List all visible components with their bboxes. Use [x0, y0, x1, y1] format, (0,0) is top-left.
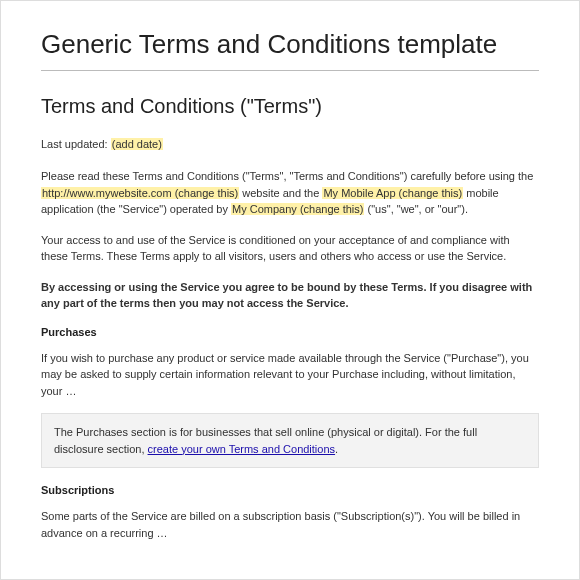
intro-text-4: ("us", "we", or "our").	[364, 203, 468, 215]
agreement-paragraph: By accessing or using the Service you ag…	[41, 279, 539, 312]
intro-paragraph: Please read these Terms and Conditions (…	[41, 168, 539, 218]
app-placeholder: My Mobile App (change this)	[322, 187, 463, 199]
website-placeholder: http://www.mywebsite.com (change this)	[41, 187, 239, 199]
create-terms-link[interactable]: create your own Terms and Conditions	[148, 443, 336, 455]
note-text-b: .	[335, 443, 338, 455]
subscriptions-heading: Subscriptions	[41, 484, 539, 496]
company-placeholder: My Company (change this)	[231, 203, 364, 215]
date-placeholder: (add date)	[111, 138, 163, 150]
purchases-note: The Purchases section is for businesses …	[41, 413, 539, 468]
terms-heading: Terms and Conditions ("Terms")	[41, 95, 539, 118]
subscriptions-body: Some parts of the Service are billed on …	[41, 508, 539, 541]
intro-text-1: Please read these Terms and Conditions (…	[41, 170, 533, 182]
title-rule	[41, 70, 539, 71]
purchases-heading: Purchases	[41, 326, 539, 338]
access-paragraph: Your access to and use of the Service is…	[41, 232, 539, 265]
purchases-body: If you wish to purchase any product or s…	[41, 350, 539, 400]
intro-text-2: website and the	[239, 187, 322, 199]
last-updated: Last updated: (add date)	[41, 138, 539, 150]
last-updated-label: Last updated:	[41, 138, 111, 150]
page-title: Generic Terms and Conditions template	[41, 29, 539, 60]
document-page: Generic Terms and Conditions template Te…	[1, 1, 579, 575]
